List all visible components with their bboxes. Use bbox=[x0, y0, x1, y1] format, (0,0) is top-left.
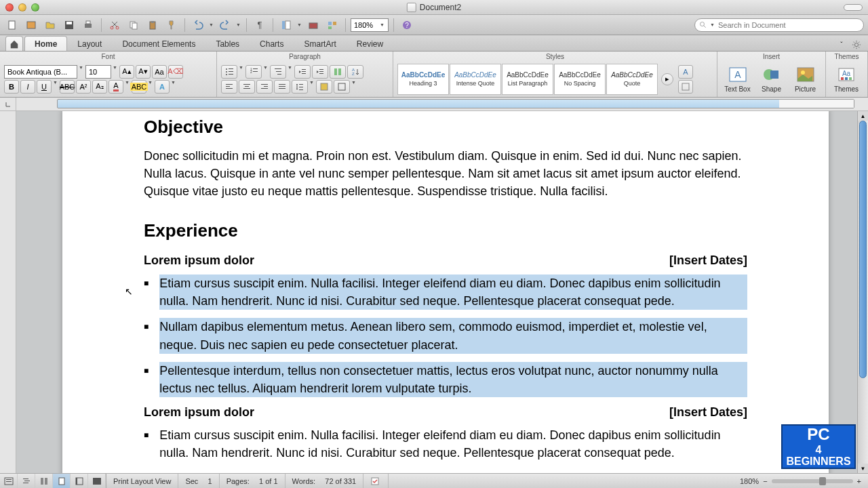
style-list-paragraph[interactable]: AaBbCcDdEeList Paragraph bbox=[502, 64, 553, 95]
numbering-button[interactable]: 12 bbox=[245, 65, 262, 79]
zoom-thumb[interactable] bbox=[819, 477, 826, 485]
shading-button[interactable] bbox=[316, 80, 332, 94]
job2-header[interactable]: Lorem ipsum dolor [Insert Dates] bbox=[144, 405, 747, 420]
new-doc-button[interactable] bbox=[4, 18, 20, 33]
zoom-out-button[interactable]: − bbox=[763, 477, 767, 485]
subscript-button[interactable]: A₂ bbox=[92, 80, 107, 94]
bullets-button[interactable] bbox=[221, 65, 237, 79]
styles-more-button[interactable]: ▸ bbox=[661, 73, 673, 85]
undo-dropdown[interactable]: ▼ bbox=[209, 22, 214, 27]
zoom-icon[interactable] bbox=[31, 3, 39, 12]
open-button[interactable] bbox=[42, 18, 58, 33]
view-fullscreen-button[interactable] bbox=[88, 474, 106, 488]
scroll-thumb[interactable] bbox=[859, 121, 867, 378]
gallery-button[interactable] bbox=[324, 18, 340, 33]
job1-header[interactable]: Lorem ipsum dolor [Insert Dates] bbox=[144, 253, 747, 268]
heading-objective[interactable]: Objective bbox=[144, 117, 747, 138]
tab-smartart[interactable]: SmartArt bbox=[294, 36, 346, 51]
decrease-indent-button[interactable] bbox=[294, 65, 311, 79]
textbox-button[interactable]: A Text Box bbox=[722, 65, 753, 93]
bullet-4[interactable]: Etiam cursus suscipit enim. Nulla facili… bbox=[159, 426, 747, 462]
strikethrough-button[interactable]: ABC bbox=[60, 80, 75, 94]
bullet-2[interactable]: Nullam dapibus elementum metus. Aenean l… bbox=[159, 318, 747, 353]
redo-button[interactable] bbox=[217, 18, 233, 33]
status-spellcheck[interactable] bbox=[363, 474, 389, 488]
style-intense-quote[interactable]: AaBbCcDdEeIntense Quote bbox=[450, 64, 501, 95]
manage-styles-button[interactable]: A bbox=[678, 65, 693, 79]
tab-home-icon[interactable] bbox=[5, 36, 23, 51]
bullet-1[interactable]: Etiam cursus suscipit enim. Nulla facili… bbox=[159, 274, 747, 310]
minimize-icon[interactable] bbox=[18, 3, 26, 12]
view-draft-button[interactable] bbox=[0, 474, 18, 488]
clear-format-button[interactable]: A⌫ bbox=[168, 65, 183, 79]
scroll-down-icon[interactable]: ▼ bbox=[858, 464, 868, 473]
tab-layout[interactable]: Layout bbox=[67, 36, 112, 51]
align-center-button[interactable] bbox=[239, 80, 255, 94]
search-field[interactable]: ▼ bbox=[694, 18, 864, 32]
multilevel-button[interactable] bbox=[270, 65, 286, 79]
vertical-ruler[interactable] bbox=[0, 111, 16, 473]
change-case-button[interactable]: Aa bbox=[152, 65, 167, 79]
help-button[interactable]: ? bbox=[399, 18, 415, 33]
undo-button[interactable] bbox=[190, 18, 206, 33]
view-print-layout-button[interactable] bbox=[53, 474, 71, 488]
print-button[interactable] bbox=[80, 18, 96, 33]
titlebar-pill[interactable] bbox=[844, 4, 863, 11]
font-name-dropdown[interactable]: ▼ bbox=[79, 65, 84, 79]
document-page[interactable]: Objective Donec sollicitudin mi et magna… bbox=[62, 111, 829, 473]
view-notebook-button[interactable] bbox=[71, 474, 88, 488]
style-quote[interactable]: AaBbCcDdEeQuote bbox=[606, 64, 658, 95]
grow-font-button[interactable]: A▴ bbox=[119, 65, 134, 79]
status-words[interactable]: Words: 72 of 331 bbox=[285, 474, 364, 488]
justify-button[interactable] bbox=[274, 80, 290, 94]
picture-button[interactable]: Picture bbox=[789, 65, 821, 93]
job2-bullets[interactable]: Etiam cursus suscipit enim. Nulla facili… bbox=[144, 426, 747, 462]
scroll-up-icon[interactable]: ▲ bbox=[858, 111, 868, 121]
sidebar-dropdown[interactable]: ▼ bbox=[297, 22, 302, 27]
page-viewport[interactable]: Objective Donec sollicitudin mi et magna… bbox=[16, 111, 868, 473]
zoom-percent[interactable]: 180% bbox=[740, 477, 759, 485]
sidebar-button[interactable] bbox=[278, 18, 294, 33]
text-effects-button[interactable]: A bbox=[155, 80, 170, 94]
tab-tables[interactable]: Tables bbox=[205, 36, 250, 51]
columns-indicator-button[interactable] bbox=[330, 65, 346, 79]
gear-icon[interactable] bbox=[850, 39, 863, 51]
themes-button[interactable]: Aa Themes bbox=[830, 65, 863, 93]
zoom-in-button[interactable]: + bbox=[857, 477, 861, 485]
search-input[interactable] bbox=[718, 21, 859, 29]
bold-button[interactable]: B bbox=[4, 80, 19, 94]
tab-charts[interactable]: Charts bbox=[250, 36, 294, 51]
line-spacing-button[interactable] bbox=[292, 80, 308, 94]
zoom-select[interactable]: 180%▼ bbox=[351, 18, 389, 32]
highlight-button[interactable]: ABC bbox=[132, 80, 146, 94]
superscript-button[interactable]: A² bbox=[76, 80, 91, 94]
underline-button[interactable]: U bbox=[37, 80, 52, 94]
align-left-button[interactable] bbox=[221, 80, 237, 94]
shrink-font-button[interactable]: A▾ bbox=[136, 65, 151, 79]
open-template-button[interactable] bbox=[23, 18, 39, 33]
view-outline-button[interactable] bbox=[18, 474, 35, 488]
status-pages[interactable]: Pages: 1 of 1 bbox=[220, 474, 285, 488]
style-heading3[interactable]: AaBbCcDdEeHeading 3 bbox=[397, 64, 449, 95]
font-size-dropdown[interactable]: ▼ bbox=[113, 65, 118, 79]
zoom-slider[interactable] bbox=[772, 479, 853, 483]
styles-pane-button[interactable] bbox=[678, 80, 693, 94]
redo-dropdown[interactable]: ▼ bbox=[236, 22, 241, 27]
font-color-button[interactable]: A bbox=[108, 80, 123, 94]
save-button[interactable] bbox=[61, 18, 77, 33]
font-name-select[interactable]: Book Antiqua (B... bbox=[4, 65, 77, 79]
bullet-3[interactable]: Pellentesque interdum, tellus non consec… bbox=[159, 362, 747, 397]
increase-indent-button[interactable] bbox=[312, 65, 328, 79]
align-right-button[interactable] bbox=[256, 80, 273, 94]
tab-review[interactable]: Review bbox=[347, 36, 393, 51]
ribbon-collapse-icon[interactable]: ˇ bbox=[835, 39, 848, 51]
font-size-select[interactable]: 10 bbox=[85, 65, 111, 79]
vertical-scrollbar[interactable]: ▲ ▼ bbox=[857, 111, 868, 473]
style-no-spacing[interactable]: AaBbCcDdEeNo Spacing bbox=[554, 64, 606, 95]
shape-button[interactable]: Shape bbox=[755, 65, 787, 93]
ruler-tab-well[interactable] bbox=[0, 98, 16, 110]
horizontal-ruler[interactable] bbox=[57, 99, 854, 108]
sort-button[interactable]: AZ bbox=[347, 65, 363, 79]
show-formatting-button[interactable]: ¶ bbox=[252, 18, 268, 33]
borders-button[interactable] bbox=[334, 80, 350, 94]
